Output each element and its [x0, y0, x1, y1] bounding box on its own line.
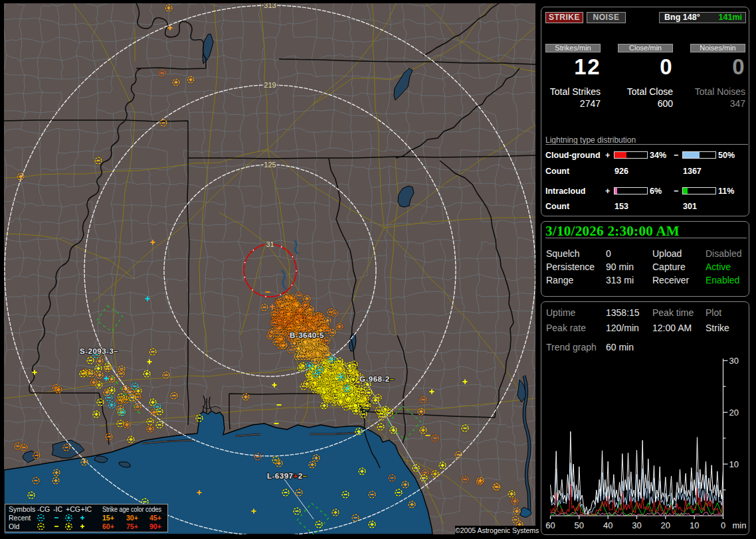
svg-text:Strike age color codes: Strike age color codes	[102, 506, 161, 513]
svg-text:20: 20	[661, 520, 670, 530]
svg-text:+CG: +CG	[66, 505, 80, 513]
svg-text:10: 10	[729, 459, 739, 469]
svg-text:30: 30	[729, 356, 739, 366]
svg-text:15+: 15+	[102, 514, 114, 522]
svg-text:50: 50	[575, 520, 584, 530]
svg-text:219: 219	[264, 81, 276, 89]
svg-text:60+: 60+	[102, 522, 114, 530]
svg-text:313: 313	[264, 3, 276, 9]
svg-text:75+: 75+	[126, 522, 138, 530]
svg-text:31: 31	[266, 240, 274, 248]
svg-text:40: 40	[603, 520, 613, 530]
svg-text:-CG: -CG	[37, 505, 50, 513]
svg-text:10: 10	[690, 520, 699, 530]
svg-text:20: 20	[729, 408, 739, 418]
svg-text:-IC: -IC	[53, 505, 62, 513]
svg-text:60: 60	[545, 520, 555, 530]
svg-text:L-6397+2–: L-6397+2–	[267, 472, 308, 480]
svg-text:Symbols: Symbols	[9, 505, 35, 513]
svg-text:Recent: Recent	[9, 514, 31, 522]
svg-text:G-968-2–: G-968-2–	[359, 375, 395, 383]
svg-text:45+: 45+	[149, 514, 161, 522]
svg-text:90+: 90+	[149, 522, 161, 530]
svg-text:125: 125	[264, 161, 276, 169]
svg-text:min: min	[733, 520, 747, 530]
svg-text:30+: 30+	[126, 514, 138, 522]
svg-text:+IC: +IC	[81, 505, 92, 513]
svg-text:B-3640-5: B-3640-5	[290, 331, 324, 339]
svg-text:S-2093-3–: S-2093-3–	[80, 347, 118, 355]
svg-text:30: 30	[632, 520, 641, 530]
svg-text:0: 0	[721, 520, 725, 530]
svg-text:Old: Old	[9, 522, 20, 530]
